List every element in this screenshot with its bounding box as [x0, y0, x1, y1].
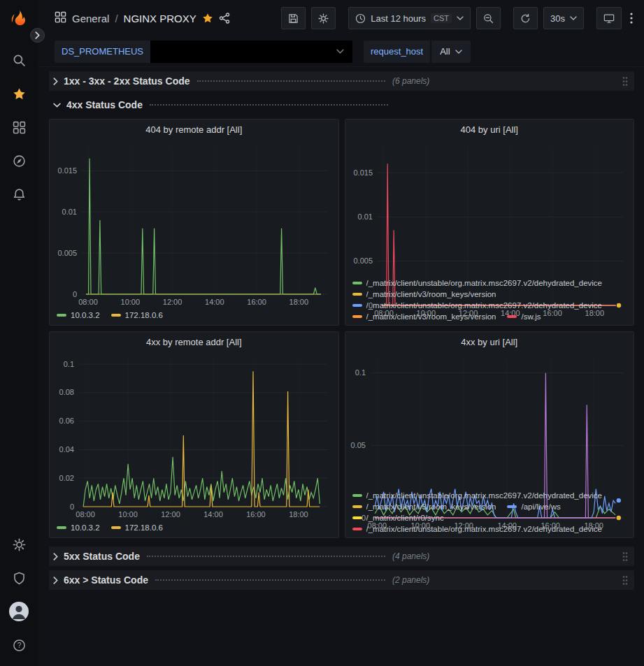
row-5xx-status-code[interactable]: 5xx Status Code (4 panels) — [49, 546, 634, 566]
favorite-star-icon[interactable] — [202, 13, 213, 24]
legend-item[interactable]: 172.18.0.6 — [111, 311, 163, 319]
timeseries-chart[interactable]: 00.020.040.060.080.108:0010:0012:0014:00… — [50, 352, 338, 521]
chevron-down-icon — [570, 16, 577, 20]
grafana-flame-icon — [9, 9, 29, 29]
server-admin-shield-icon[interactable] — [3, 561, 34, 595]
series-color-marker — [352, 494, 362, 497]
series-color-marker — [352, 516, 362, 519]
legend-label: /_matrix/client/r0/sync — [366, 514, 444, 522]
legend-item[interactable]: /api/live/ws — [507, 502, 560, 511]
kiosk-tv-button[interactable] — [596, 7, 622, 29]
refresh-interval-dropdown[interactable]: 30s — [543, 7, 584, 29]
legend-label: /sw.js — [521, 312, 541, 321]
timeseries-chart[interactable]: 00.0050.010.01508:0010:0012:0014:0016:00… — [345, 139, 634, 277]
drag-handle-icon[interactable] — [622, 76, 629, 87]
svg-text:10:00: 10:00 — [121, 298, 141, 306]
dashboards-icon[interactable] — [3, 110, 34, 144]
svg-text:0.01: 0.01 — [62, 208, 77, 216]
svg-text:08:00: 08:00 — [78, 298, 98, 306]
svg-text:0.015: 0.015 — [353, 168, 373, 177]
panel-grid: 404 by remote addr [All] 00.0050.010.015… — [49, 119, 634, 538]
alerting-bell-icon[interactable] — [3, 178, 34, 211]
legend-label: 172.18.0.6 — [125, 523, 163, 532]
panel-title[interactable]: 404 by remote addr [All] — [50, 120, 338, 139]
explore-compass-icon[interactable] — [3, 144, 34, 178]
legend-label: 10.0.3.2 — [71, 311, 100, 319]
chevron-right-icon — [53, 577, 58, 584]
row-6xx-status-code[interactable]: 6xx > Status Code (2 panels) — [49, 570, 634, 590]
save-dashboard-button[interactable] — [281, 7, 306, 29]
variable-value-request-host[interactable]: All — [431, 41, 470, 63]
legend-item[interactable]: /_matrix/client/v3/room_keys/version — [352, 312, 496, 321]
legend-label: /api/live/ws — [521, 502, 560, 511]
legend-label: /_matrix/client/unstable/org.matrix.msc2… — [366, 279, 603, 287]
timeseries-chart[interactable]: 00.0050.010.01508:0010:0012:0014:0016:00… — [50, 139, 338, 308]
configuration-gear-icon[interactable] — [3, 528, 34, 561]
panel-title[interactable]: 4xx by remote addr [All] — [50, 332, 338, 352]
refresh-interval-value: 30s — [550, 13, 565, 24]
sidebar-nav — [3, 43, 34, 211]
time-range-picker[interactable]: Last 12 hours CST — [348, 7, 471, 29]
legend-item[interactable]: /_matrix/client/unstable/org.matrix.msc2… — [352, 525, 603, 533]
dashboard-settings-button[interactable] — [311, 7, 336, 29]
row-1xx-3xx-2xx-status-code[interactable]: 1xx - 3xx - 2xx Status Code (6 panels) — [49, 71, 634, 91]
legend-item[interactable]: /_matrix/client/v3/room_keys/version — [352, 502, 496, 511]
legend-item[interactable]: 172.18.0.6 — [111, 523, 163, 532]
variable-value-ds-prometheus[interactable] — [150, 41, 352, 63]
series-color-marker — [352, 315, 362, 318]
refresh-button[interactable] — [513, 7, 538, 29]
variable-label-request-host[interactable]: request_host — [364, 41, 430, 63]
grafana-logo[interactable] — [7, 7, 31, 31]
dot-leader — [147, 556, 385, 557]
svg-text:?: ? — [17, 642, 21, 649]
panel-title[interactable]: 404 by uri [All] — [345, 120, 634, 139]
zoom-out-icon — [483, 13, 494, 24]
legend-item[interactable]: /_matrix/client/v3/room_keys/version — [352, 290, 496, 298]
panel-404-by-uri: 404 by uri [All] 00.0050.010.01508:0010:… — [345, 119, 635, 326]
save-icon — [288, 13, 299, 24]
legend-label: /_matrix/client/v3/room_keys/version — [366, 312, 496, 321]
variable-label-ds-prometheus[interactable]: DS_PROMETHEUS — [55, 41, 150, 63]
svg-text:14:00: 14:00 — [205, 298, 224, 306]
more-menu-button[interactable] — [627, 7, 636, 29]
series-color-marker — [352, 282, 362, 284]
legend-item[interactable]: /_matrix/client/unstable/org.matrix.msc2… — [352, 491, 603, 500]
svg-text:12:00: 12:00 — [163, 298, 183, 306]
zoom-out-button[interactable] — [476, 7, 501, 29]
legend-item[interactable]: 10.0.3.2 — [57, 311, 100, 319]
dashboard-title[interactable]: NGINX PROXY — [124, 13, 196, 24]
panel-title[interactable]: 4xx by uri [All] — [345, 332, 634, 352]
legend-label: /_matrix/client/unstable/org.matrix.msc2… — [366, 525, 603, 533]
timeseries-chart[interactable]: 00.050.108:0010:0012:0014:0016:0018:00 — [345, 352, 634, 490]
svg-text:0.06: 0.06 — [59, 417, 74, 425]
dashboard-canvas: 1xx - 3xx - 2xx Status Code (6 panels) 4… — [38, 67, 644, 666]
legend-item[interactable]: /_matrix/client/unstable/org.matrix.msc2… — [352, 301, 603, 310]
breadcrumb-section[interactable]: General — [72, 13, 109, 24]
share-icon[interactable] — [219, 13, 230, 24]
search-icon[interactable] — [3, 43, 34, 77]
sidebar-bottom: ? — [3, 528, 34, 662]
starred-icon[interactable] — [3, 77, 34, 110]
series-color-marker — [57, 526, 66, 529]
svg-text:18:00: 18:00 — [289, 298, 309, 306]
row-4xx-status-code[interactable]: 4xx Status Code — [49, 95, 634, 115]
profile-avatar[interactable] — [3, 595, 34, 628]
series-color-marker — [352, 304, 362, 307]
legend-item[interactable]: /_matrix/client/r0/sync — [352, 514, 444, 522]
sidebar: ? — [0, 0, 38, 666]
svg-text:0: 0 — [70, 502, 74, 511]
legend-item[interactable]: 10.0.3.2 — [57, 523, 100, 532]
row-title: 5xx Status Code — [64, 551, 140, 562]
legend-label: /_matrix/client/v3/room_keys/version — [366, 502, 496, 511]
series-color-marker — [352, 293, 362, 296]
legend-item[interactable]: /sw.js — [507, 312, 541, 321]
refresh-icon — [520, 13, 531, 24]
svg-text:0.05: 0.05 — [350, 441, 365, 449]
timezone-badge: CST — [431, 13, 452, 23]
help-icon[interactable]: ? — [3, 628, 34, 662]
drag-handle-icon[interactable] — [622, 575, 629, 586]
legend-item[interactable]: /_matrix/client/unstable/org.matrix.msc2… — [352, 279, 603, 287]
sidebar-expand-button[interactable] — [30, 28, 45, 43]
drag-handle-icon[interactable] — [622, 551, 629, 562]
series-color-marker — [57, 314, 66, 317]
